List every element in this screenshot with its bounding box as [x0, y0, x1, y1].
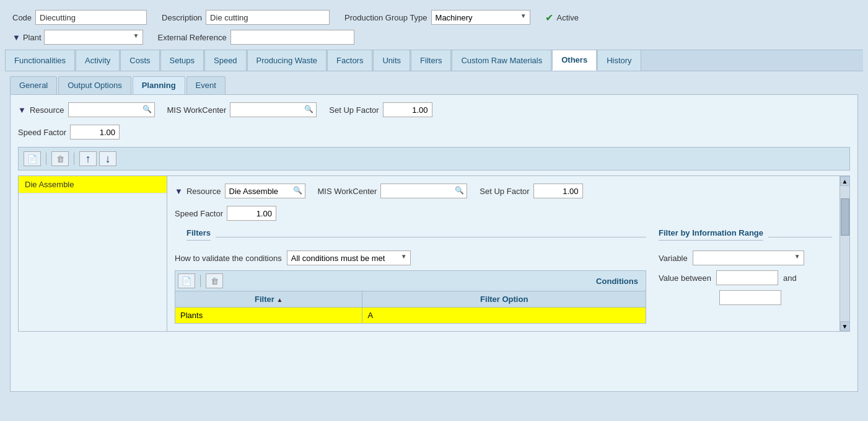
planning-panel: ▼ Resource 🔍 MIS WorkCenter 🔍 Set Up Fac…: [10, 94, 858, 392]
active-checkbox[interactable]: ✔: [545, 12, 553, 24]
filters-divider: [216, 237, 646, 237]
code-input[interactable]: [35, 10, 147, 25]
detail-setup-factor-label: Set Up Factor: [480, 187, 529, 196]
scroll-up-button[interactable]: ▲: [840, 176, 850, 186]
description-input[interactable]: [206, 10, 330, 25]
tab-factors[interactable]: Factors: [327, 50, 372, 71]
conditions-new-button[interactable]: 📄: [178, 273, 195, 288]
tab-activity[interactable]: Activity: [76, 50, 120, 71]
production-group-type-wrapper: Machinery: [431, 10, 530, 25]
scrollbar-thumb[interactable]: [841, 198, 849, 236]
value-between-from-input[interactable]: [716, 270, 778, 285]
filter-by-info-range: Filter by Information Range Variable: [659, 228, 832, 324]
tab-custom-raw-materials[interactable]: Custom Raw Materials: [452, 50, 551, 71]
inner-tab-planning[interactable]: Planning: [133, 76, 185, 94]
speed-factor-field-top: Speed Factor: [18, 125, 120, 140]
tab-producing-waste[interactable]: Producing Waste: [247, 50, 327, 71]
detail-form-row1: ▼ Resource 🔍 MIS WorkCenter 🔍: [175, 184, 832, 198]
down-arrow-icon: ↓: [105, 153, 111, 166]
conditions-table: Filter ▲ Filter Option: [175, 291, 646, 324]
new-button[interactable]: 📄: [24, 151, 41, 166]
second-row: ▼ Plant External Reference: [5, 30, 863, 50]
value-between-label: Value between: [659, 273, 711, 283]
scrollbar: ▲ ▼: [840, 176, 849, 331]
detail-mis-workcenter-input[interactable]: [380, 184, 467, 198]
plant-select-wrapper: [44, 30, 143, 45]
resource-label-top: Resource: [30, 105, 64, 115]
conditions-delete-button[interactable]: 🗑: [206, 273, 223, 288]
condition-filter-cell: Plants: [175, 308, 362, 324]
filter-option-col-header: Filter Option: [362, 291, 646, 308]
detail-resource-arrow: ▼: [175, 187, 183, 196]
production-group-type-select[interactable]: Machinery: [431, 10, 530, 25]
delete-icon: 🗑: [56, 154, 64, 164]
condition-filter-option-cell: A: [362, 308, 646, 324]
mis-workcenter-field-top: MIS WorkCenter 🔍: [167, 102, 317, 117]
tab-filters[interactable]: Filters: [411, 50, 451, 71]
and-label: and: [783, 273, 797, 283]
resource-arrow-top: ▼: [18, 105, 26, 115]
inner-tab-event[interactable]: Event: [186, 76, 226, 94]
external-reference-label: External Reference: [158, 33, 227, 42]
filters-section: Filters How to validate the conditions A…: [175, 228, 832, 324]
separator-1: [46, 153, 46, 165]
info-range-title: Filter by Information Range: [659, 228, 763, 241]
inner-tab-output-options[interactable]: Output Options: [58, 76, 131, 94]
resource-search-wrapper-top: 🔍: [68, 102, 155, 117]
filters-box: Filters How to validate the conditions A…: [175, 228, 646, 324]
production-group-type-label: Production Group Type: [344, 13, 427, 22]
variable-select-wrapper: [693, 250, 804, 265]
external-reference-input[interactable]: [230, 30, 354, 45]
conditions-delete-icon: 🗑: [211, 277, 219, 286]
detail-mis-workcenter-search-icon: 🔍: [455, 186, 464, 195]
list-item-die-assemble[interactable]: Die Assemble: [19, 176, 167, 193]
tab-units[interactable]: Units: [373, 50, 410, 71]
tab-speed[interactable]: Speed: [204, 50, 247, 71]
speed-factor-row-top: Speed Factor: [18, 125, 850, 140]
speed-factor-label-top: Speed Factor: [18, 128, 66, 137]
conditions-separator: [200, 275, 201, 287]
detail-resource-search-icon: 🔍: [293, 186, 302, 195]
variable-row: Variable: [659, 250, 832, 265]
plant-label: Plant: [23, 33, 42, 42]
variable-label: Variable: [659, 254, 688, 263]
how-validate-select[interactable]: All conditions must be met: [287, 250, 411, 265]
tab-functionalities[interactable]: Functionalities: [5, 50, 75, 71]
speed-factor-input-top[interactable]: [70, 125, 120, 140]
detail-resource-field: ▼ Resource 🔍: [175, 184, 305, 198]
detail-setup-factor-input[interactable]: [533, 184, 583, 198]
detail-speed-factor-row: Speed Factor: [175, 206, 832, 221]
move-down-button[interactable]: ↓: [99, 151, 116, 166]
variable-select[interactable]: [693, 250, 804, 265]
new-icon: 📄: [27, 154, 37, 164]
plant-group: ▼ Plant: [12, 30, 143, 45]
tab-setups[interactable]: Setups: [160, 50, 204, 71]
tab-costs[interactable]: Costs: [120, 50, 159, 71]
resource-input-top[interactable]: [68, 102, 155, 117]
value-between-to-input[interactable]: [719, 290, 781, 305]
detail-mis-workcenter-wrapper: 🔍: [380, 184, 467, 198]
how-validate-select-wrapper: All conditions must be met: [287, 250, 411, 265]
left-list: Die Assemble: [19, 176, 167, 331]
scroll-down-button[interactable]: ▼: [840, 321, 850, 331]
condition-row[interactable]: Plants A: [175, 308, 646, 324]
value-between-row: Value between and: [659, 270, 832, 285]
sort-icon: ▲: [276, 296, 283, 303]
detail-speed-factor-input[interactable]: [227, 206, 276, 221]
detail-mis-workcenter-label: MIS WorkCenter: [318, 187, 377, 196]
setup-factor-input-top[interactable]: [383, 102, 432, 117]
tabs-bar: Functionalities Activity Costs Setups Sp…: [5, 50, 863, 71]
mis-workcenter-input-top[interactable]: [230, 102, 317, 117]
tab-history[interactable]: History: [597, 50, 641, 71]
inner-tab-general[interactable]: General: [10, 76, 57, 94]
move-up-button[interactable]: ↑: [79, 151, 97, 166]
plant-select[interactable]: [44, 30, 143, 45]
delete-button[interactable]: 🗑: [51, 151, 69, 166]
code-group: Code: [12, 10, 147, 25]
tab-others[interactable]: Others: [552, 50, 597, 71]
how-validate-row: How to validate the conditions All condi…: [175, 250, 646, 265]
conditions-toolbar: 📄 🗑 Conditions: [175, 270, 646, 291]
detail-resource-search-wrapper: 🔍: [225, 184, 305, 198]
setup-factor-label-top: Set Up Factor: [329, 105, 379, 115]
detail-mis-workcenter-field: MIS WorkCenter 🔍: [318, 184, 468, 198]
